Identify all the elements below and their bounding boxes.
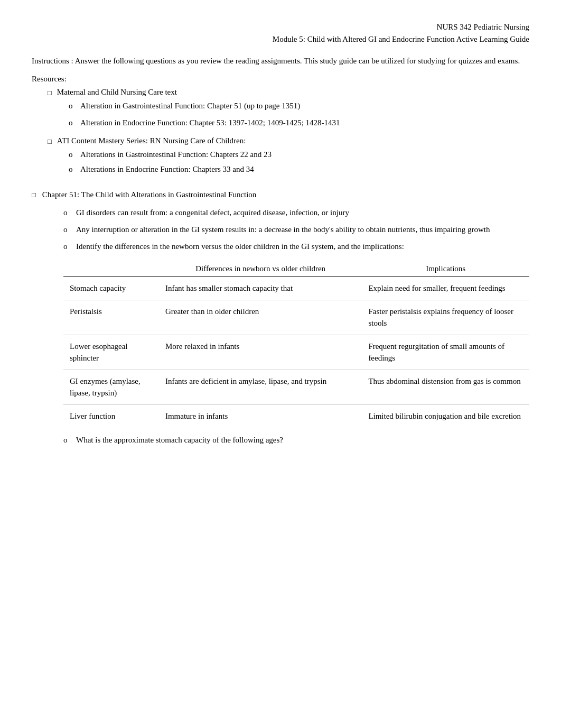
o-icon-p1: o: [63, 206, 72, 219]
resource-sublist-1: o Alteration in Gastrointestinal Functio…: [69, 99, 529, 129]
o-icon-final: o: [63, 436, 72, 445]
chapter-title: Chapter 51: The Child with Alterations i…: [42, 188, 257, 201]
resource-item-2: □ ATI Content Mastery Series: RN Nursing…: [48, 136, 529, 176]
instructions-content: Instructions : Answer the following ques…: [32, 57, 520, 65]
col-header-implications: Implications: [362, 261, 529, 277]
resource-label-2: ATI Content Mastery Series: RN Nursing C…: [57, 136, 246, 145]
table-row: PeristalsisGreater than in older childre…: [63, 300, 529, 335]
chapter-bullet-icon: □: [32, 190, 36, 201]
page-header: NURS 342 Pediatric Nursing Module 5: Chi…: [32, 21, 529, 45]
bullet-icon-2: □: [48, 137, 52, 146]
chapter-point-1: o GI disorders can result from: a congen…: [63, 206, 529, 219]
resource-subitem-1-2: o Alteration in Endocrine Function: Chap…: [69, 116, 529, 129]
header-line1: NURS 342 Pediatric Nursing: [32, 21, 529, 33]
chapter-heading-item: □ Chapter 51: The Child with Alterations…: [32, 188, 529, 201]
table-cell-implication-1: Faster peristalsis explains frequency of…: [362, 300, 529, 335]
table-cell-implication-2: Frequent regurgitation of small amounts …: [362, 335, 529, 370]
resource-subitem-2-1: o Alterations in Gastrointestinal Functi…: [69, 148, 529, 161]
resources-label: Resources:: [32, 75, 529, 84]
col-header-differences: Differences in newborn vs older children: [159, 261, 362, 277]
col-header-label: [63, 261, 159, 277]
table-row: Liver functionImmature in infantsLimited…: [63, 404, 529, 427]
gi-differences-table: Differences in newborn vs older children…: [63, 261, 529, 427]
header-line2: Module 5: Child with Altered GI and Endo…: [32, 33, 529, 45]
table-cell-label-4: Liver function: [63, 404, 159, 427]
table-cell-difference-0: Infant has smaller stomach capacity that: [159, 277, 362, 300]
resource-subitem-2-2: o Alterations in Endocrine Function: Cha…: [69, 163, 529, 176]
chapter-section: □ Chapter 51: The Child with Alterations…: [32, 188, 529, 253]
table-row: Lower esophageal sphincterMore relaxed i…: [63, 335, 529, 370]
resource-label-1: Maternal and Child Nursing Care text: [57, 88, 177, 97]
table-row: GI enzymes (amylase, lipase, trypsin)Inf…: [63, 370, 529, 404]
instructions-text: Instructions : Answer the following ques…: [32, 54, 529, 67]
table-cell-difference-3: Infants are deficient in amylase, lipase…: [159, 370, 362, 404]
table-cell-difference-4: Immature in infants: [159, 404, 362, 427]
table-cell-label-0: Stomach capacity: [63, 277, 159, 300]
table-cell-implication-3: Thus abdominal distension from gas is co…: [362, 370, 529, 404]
table-cell-implication-4: Limited bilirubin conjugation and bile e…: [362, 404, 529, 427]
resource-item-1: □ Maternal and Child Nursing Care text o…: [48, 88, 529, 129]
table-cell-label-3: GI enzymes (amylase, lipase, trypsin): [63, 370, 159, 404]
table-cell-implication-0: Explain need for smaller, frequent feedi…: [362, 277, 529, 300]
o-icon-p2: o: [63, 223, 72, 236]
table-cell-difference-1: Greater than in older children: [159, 300, 362, 335]
o-icon-2-2: o: [69, 163, 76, 176]
chapter-point-3: o Identify the differences in the newbor…: [63, 240, 529, 253]
final-point-block: o What is the approximate stomach capaci…: [63, 436, 529, 445]
o-icon-p3: o: [63, 240, 72, 253]
bullet-icon-1: □: [48, 89, 52, 97]
gi-differences-table-wrapper: Differences in newborn vs older children…: [63, 261, 529, 427]
table-cell-label-2: Lower esophageal sphincter: [63, 335, 159, 370]
resource-sublist-2: o Alterations in Gastrointestinal Functi…: [69, 148, 529, 176]
final-point-text: What is the approximate stomach capacity…: [76, 436, 283, 445]
o-icon-2-1: o: [69, 148, 76, 161]
o-icon-1-2: o: [69, 116, 76, 129]
resource-subitem-1-1: o Alteration in Gastrointestinal Functio…: [69, 99, 529, 112]
chapter-point-2: o Any interruption or alteration in the …: [63, 223, 529, 236]
table-header-row: Differences in newborn vs older children…: [63, 261, 529, 277]
resources-block: □ Maternal and Child Nursing Care text o…: [48, 88, 529, 176]
o-icon-1-1: o: [69, 99, 76, 112]
chapter-points-list: o GI disorders can result from: a congen…: [63, 206, 529, 253]
final-point-item: o What is the approximate stomach capaci…: [63, 436, 529, 445]
table-body: Stomach capacityInfant has smaller stoma…: [63, 277, 529, 428]
table-row: Stomach capacityInfant has smaller stoma…: [63, 277, 529, 300]
table-cell-label-1: Peristalsis: [63, 300, 159, 335]
table-cell-difference-2: More relaxed in infants: [159, 335, 362, 370]
